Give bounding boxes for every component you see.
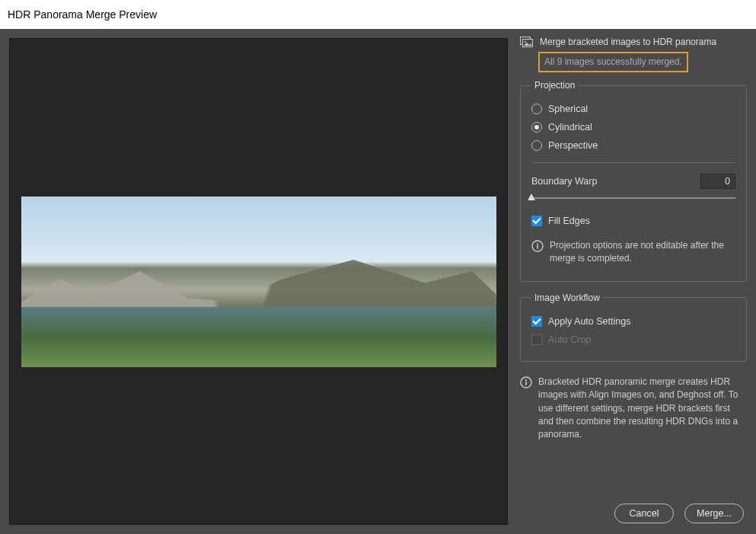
merge-status-text: All 9 images successfully merged. <box>544 56 682 67</box>
radio-label: Cylindrical <box>548 122 592 133</box>
preview-frame[interactable] <box>9 38 508 525</box>
apply-auto-settings-checkbox[interactable]: Apply Auto Settings <box>531 312 735 331</box>
image-workflow-group: Image Workflow Apply Auto Settings Auto … <box>520 293 747 362</box>
radio-icon <box>531 140 542 151</box>
checkbox-label: Fill Edges <box>548 216 590 226</box>
boundary-warp-input[interactable] <box>700 174 735 189</box>
radio-label: Perspective <box>548 140 598 151</box>
checkbox-label: Auto Crop <box>548 334 591 345</box>
checkbox-icon <box>531 334 542 345</box>
projection-note-text: Projection options are not editable afte… <box>550 239 735 266</box>
boundary-warp-label: Boundary Warp <box>531 176 597 187</box>
svg-rect-8 <box>525 379 527 381</box>
svg-rect-4 <box>537 245 538 249</box>
button-label: Cancel <box>630 508 659 519</box>
radio-icon <box>531 104 542 114</box>
merge-header-label: Merge bracketed images to HDR panorama <box>540 37 716 47</box>
boundary-warp-group: Boundary Warp <box>531 174 735 203</box>
radio-icon <box>531 122 542 133</box>
projection-perspective[interactable]: Perspective <box>531 136 735 155</box>
image-stack-icon <box>520 37 534 47</box>
projection-cylindrical[interactable]: Cylindrical <box>531 118 735 136</box>
fill-edges-checkbox[interactable]: Fill Edges <box>531 212 735 230</box>
projection-group: Projection Spherical Cylindrical Perspec… <box>520 80 747 282</box>
window-title: HDR Panorama Merge Preview <box>8 8 157 21</box>
hdr-panorama-dialog: HDR Panorama Merge Preview Merge bracket… <box>0 0 756 534</box>
button-label: Merge... <box>697 508 732 519</box>
cancel-button[interactable]: Cancel <box>614 504 674 523</box>
workflow-legend: Image Workflow <box>531 293 603 303</box>
svg-rect-7 <box>525 381 527 385</box>
checkbox-icon <box>531 316 542 327</box>
content-area: Merge bracketed images to HDR panorama A… <box>0 29 756 534</box>
help-note-text: Bracketed HDR panoramic merge creates HD… <box>538 376 747 442</box>
projection-note: Projection options are not editable afte… <box>531 236 735 269</box>
svg-rect-5 <box>537 243 538 245</box>
side-panel: Merge bracketed images to HDR panorama A… <box>517 29 756 534</box>
footer-buttons: Cancel Merge... <box>614 504 744 523</box>
preview-pane <box>0 29 517 534</box>
svg-point-2 <box>525 41 526 43</box>
panorama-preview-image <box>21 197 496 367</box>
merge-header: Merge bracketed images to HDR panorama <box>520 37 747 47</box>
checkbox-label: Apply Auto Settings <box>548 316 630 327</box>
merge-status-highlight: All 9 images successfully merged. <box>538 52 688 72</box>
checkbox-icon <box>531 216 542 226</box>
divider <box>531 162 735 163</box>
info-icon <box>531 240 544 252</box>
radio-label: Spherical <box>548 104 588 114</box>
boundary-warp-slider[interactable] <box>531 193 735 203</box>
slider-handle-icon[interactable] <box>528 193 535 200</box>
auto-crop-checkbox: Auto Crop <box>531 331 735 349</box>
merge-button[interactable]: Merge... <box>684 504 744 523</box>
help-note: Bracketed HDR panoramic merge creates HD… <box>520 373 747 445</box>
projection-spherical[interactable]: Spherical <box>531 100 735 118</box>
title-bar: HDR Panorama Merge Preview <box>0 0 756 29</box>
info-icon <box>520 376 532 389</box>
projection-legend: Projection <box>531 80 578 91</box>
